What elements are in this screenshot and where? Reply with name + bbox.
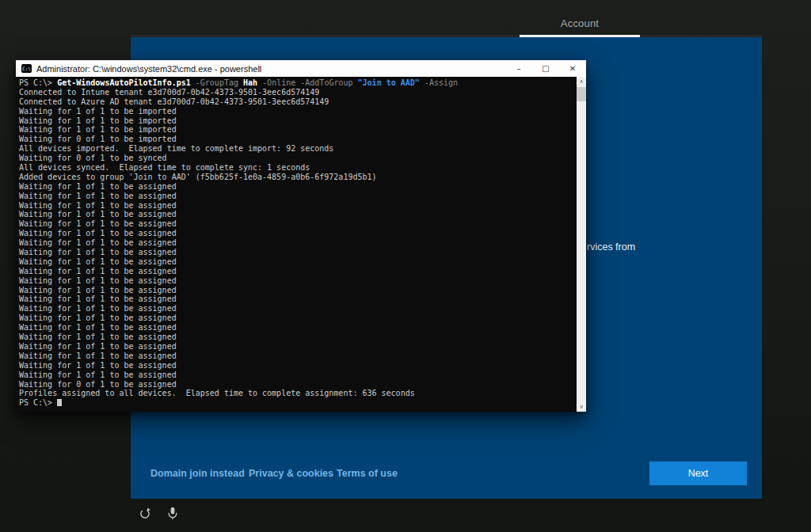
console-line: Waiting for 1 of 1 to be imported: [19, 107, 577, 116]
console-line: All devices synced. Elapsed time to comp…: [19, 163, 577, 173]
console-line: Added devices to group 'Join to AAD' (f5…: [19, 173, 577, 182]
console-line: Waiting for 1 of 1 to be assigned: [19, 201, 577, 211]
console-line: Waiting for 1 of 1 to be assigned: [19, 219, 577, 229]
close-button[interactable]: ✕: [559, 60, 586, 77]
console-line: Waiting for 0 of 1 to be assigned: [19, 380, 577, 390]
console-line: PS C:\> Get-WindowsAutoPilotInfo.ps1 -Gr…: [19, 78, 577, 88]
console-line: Connected to Azure AD tenant e3d700d7-0b…: [19, 97, 577, 107]
cmd-window-titlebar[interactable]: C:\ Administrator: C:\windows\system32\c…: [16, 60, 586, 77]
console-line: Waiting for 1 of 1 to be assigned: [19, 238, 577, 248]
console-line: Profiles assigned to all devices. Elapse…: [19, 389, 577, 398]
console-scrollbar[interactable]: ∧ ∨: [577, 77, 586, 412]
status-icon-tray: [139, 507, 180, 520]
console-line: Waiting for 1 of 1 to be assigned: [19, 332, 577, 342]
console-line: Waiting for 1 of 1 to be assigned: [19, 257, 577, 267]
console-line: All devices imported. Elapsed time to co…: [19, 144, 577, 154]
cmd-window: C:\ Administrator: C:\windows\system32\c…: [16, 60, 586, 412]
cmd-window-title: Administrator: C:\windows\system32\cmd.e…: [36, 64, 505, 74]
console-line: Waiting for 1 of 1 to be imported: [19, 125, 577, 135]
console-line: Waiting for 1 of 1 to be assigned: [19, 248, 577, 257]
console-line: Waiting for 1 of 1 to be assigned: [19, 192, 577, 201]
console-line: Waiting for 1 of 1 to be assigned: [19, 304, 577, 314]
console-line: Waiting for 1 of 1 to be assigned: [19, 323, 577, 332]
console-line: Waiting for 1 of 1 to be assigned: [19, 342, 577, 352]
privacy-cookies-link[interactable]: Privacy & cookies: [249, 468, 333, 479]
cmd-icon[interactable]: C:\: [21, 64, 32, 73]
console-line: Waiting for 1 of 1 to be assigned: [19, 182, 577, 192]
console-line: Waiting for 1 of 1 to be assigned: [19, 370, 577, 380]
scrollbar-thumb[interactable]: [577, 87, 586, 101]
oobe-screen: Account rvices from Domain join instead …: [0, 0, 811, 532]
console-line: Waiting for 1 of 1 to be imported: [19, 116, 577, 126]
console-line: Waiting for 1 of 1 to be assigned: [19, 229, 577, 238]
maximize-button[interactable]: □: [532, 60, 559, 77]
terms-of-use-link[interactable]: Terms of use: [337, 468, 398, 479]
scrollbar-up-icon[interactable]: ∧: [577, 77, 586, 86]
minimize-button[interactable]: –: [505, 60, 532, 77]
console-line: Waiting for 1 of 1 to be assigned: [19, 352, 577, 361]
console-line: Waiting for 1 of 1 to be assigned: [19, 267, 577, 276]
console-line: Connected to Intune tenant e3d700d7-0b42…: [19, 88, 577, 97]
scrollbar-down-icon[interactable]: ∨: [577, 402, 586, 412]
microphone-icon[interactable]: [167, 507, 180, 520]
panel-partial-text: rvices from: [587, 241, 635, 253]
console-line: Waiting for 0 of 1 to be imported: [19, 135, 577, 144]
next-button[interactable]: Next: [649, 462, 747, 485]
console-line: Waiting for 1 of 1 to be assigned: [19, 361, 577, 370]
console-line: PS C:\>: [19, 398, 577, 408]
console-line: Waiting for 0 of 1 to be synced: [19, 154, 577, 163]
domain-join-instead-link[interactable]: Domain join instead: [150, 468, 245, 479]
console-line: Waiting for 1 of 1 to be assigned: [19, 314, 577, 323]
console-line: Waiting for 1 of 1 to be assigned: [19, 210, 577, 219]
console-line: Waiting for 1 of 1 to be assigned: [19, 276, 577, 286]
console-line: Waiting for 1 of 1 to be assigned: [19, 286, 577, 295]
tab-account[interactable]: Account: [520, 17, 640, 29]
console-line: Waiting for 1 of 1 to be assigned: [19, 294, 577, 304]
console-output[interactable]: PS C:\> Get-WindowsAutoPilotInfo.ps1 -Gr…: [16, 77, 577, 412]
console-area: PS C:\> Get-WindowsAutoPilotInfo.ps1 -Gr…: [16, 77, 586, 412]
ease-of-access-icon[interactable]: [139, 507, 151, 520]
